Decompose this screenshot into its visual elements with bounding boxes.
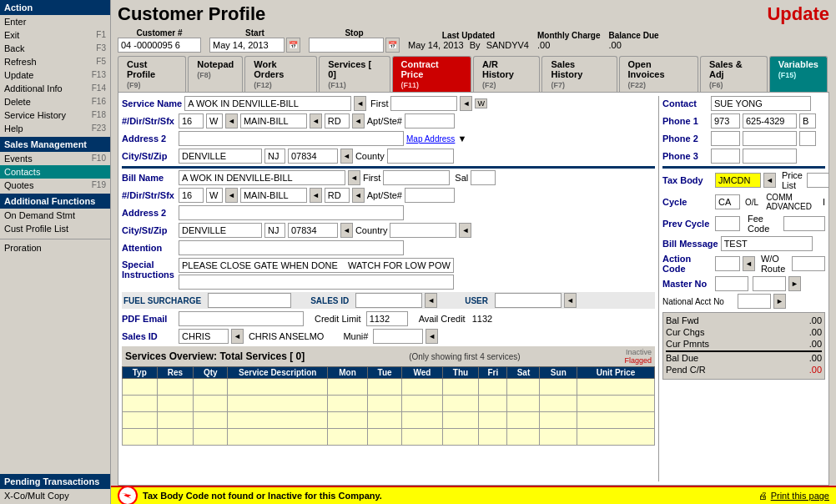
bill-name-input[interactable] (179, 170, 345, 185)
dir-input[interactable] (179, 113, 204, 129)
user-input[interactable] (495, 293, 562, 308)
bill-zip-input[interactable] (288, 223, 338, 238)
tax-body-arrow[interactable]: ◄ (763, 173, 776, 188)
phone3-num[interactable] (743, 149, 797, 164)
sidebar-item-enter[interactable]: Enter (0, 15, 110, 28)
sales-id-fuel-arrow[interactable]: ◄ (425, 293, 437, 308)
bill-dir-input[interactable] (179, 188, 204, 203)
bill-first-input[interactable] (383, 170, 450, 185)
tab-cust-profile[interactable]: Cust Profile (F9) (118, 56, 186, 92)
rd-input[interactable] (325, 113, 350, 129)
print-link[interactable]: Print this page (771, 491, 829, 501)
sidebar-item-proration[interactable]: Proration (0, 241, 110, 255)
bill-message-input[interactable] (721, 236, 813, 251)
stop-input[interactable] (309, 38, 384, 53)
master-no-input[interactable] (715, 276, 748, 291)
phone1-area[interactable] (711, 113, 740, 129)
sidebar-item-xco-mult-copy[interactable]: X-Co/Mult Copy (0, 489, 110, 502)
sidebar-item-events[interactable]: Events F10 (0, 152, 110, 165)
fuel-surcharge-input[interactable] (208, 293, 291, 308)
w-icon[interactable]: W (475, 98, 487, 108)
bill-city-input[interactable] (179, 223, 262, 238)
action-code-input[interactable] (715, 256, 740, 271)
phone2-ext[interactable] (799, 131, 816, 146)
county-input[interactable] (387, 149, 454, 164)
rd-arrow[interactable]: ◄ (352, 113, 365, 129)
bill-street-arrow[interactable]: ◄ (310, 188, 322, 203)
tax-body-input[interactable] (715, 173, 761, 188)
national-acct-arrow[interactable]: ► (773, 294, 786, 309)
phone3-area[interactable] (711, 149, 740, 164)
cycle-input[interactable] (715, 194, 740, 209)
tab-sales-history[interactable]: Sales History (F7) (541, 56, 617, 92)
bill-zip-arrow[interactable]: ◄ (340, 223, 353, 238)
zip-input[interactable] (288, 149, 338, 164)
phone1-ext[interactable] (799, 113, 816, 129)
address2-input[interactable] (179, 131, 404, 146)
bill-rd-arrow[interactable]: ◄ (352, 188, 365, 203)
sidebar-item-update[interactable]: Update F13 (0, 68, 110, 82)
sidebar-item-exit[interactable]: Exit F1 (0, 28, 110, 42)
tab-services[interactable]: Services [ 0] (F11) (319, 56, 390, 92)
national-acct-input[interactable] (738, 294, 771, 309)
sidebar-item-additional-info[interactable]: Additional Info F14 (0, 82, 110, 95)
start-calendar-button[interactable]: 📅 (286, 38, 300, 53)
contact-input[interactable] (711, 96, 811, 111)
w-input[interactable] (206, 113, 223, 129)
state-input[interactable] (264, 149, 285, 164)
map-address-link[interactable]: Map Address (406, 134, 455, 144)
master-no-input2[interactable] (753, 276, 786, 291)
sidebar-item-service-history[interactable]: Service History F18 (0, 108, 110, 122)
dir-arrow[interactable]: ◄ (225, 113, 238, 129)
phone1-num[interactable] (743, 113, 797, 129)
bill-dir-arrow[interactable]: ◄ (225, 188, 238, 203)
prev-cycle-input[interactable] (715, 216, 740, 231)
phone2-num[interactable] (743, 131, 797, 146)
special-instructions-input1[interactable] (179, 258, 454, 273)
street-input[interactable] (240, 113, 307, 129)
special-instructions-input2[interactable] (179, 275, 454, 290)
tab-notepad[interactable]: Notepad (F8) (188, 56, 243, 92)
tab-open-invoices[interactable]: Open Invoices (F22) (619, 56, 698, 92)
first-input[interactable] (390, 96, 457, 111)
sidebar-item-cust-profile-list[interactable]: Cust Profile List (0, 222, 110, 235)
country-arrow[interactable]: ◄ (459, 223, 471, 238)
apt-input[interactable] (405, 113, 455, 129)
sales-id-fuel-input[interactable] (355, 293, 422, 308)
sidebar-item-help[interactable]: Help F23 (0, 122, 110, 135)
zip-arrow[interactable]: ◄ (340, 149, 353, 164)
muni-arrow[interactable]: ◄ (426, 329, 438, 344)
bill-street-input[interactable] (240, 188, 307, 203)
sidebar-item-refresh[interactable]: Refresh F5 (0, 55, 110, 68)
sal-input[interactable] (471, 170, 496, 185)
customer-input[interactable] (118, 38, 201, 53)
tab-variables[interactable]: Variables (F15) (769, 56, 828, 92)
tab-ar-history[interactable]: A/R History (F2) (473, 56, 541, 92)
city-input[interactable] (179, 149, 262, 164)
sales-id-input[interactable] (179, 329, 229, 344)
sidebar-item-contacts[interactable]: Contacts (0, 165, 110, 179)
pdf-email-input[interactable] (179, 311, 304, 326)
bill-apt-input[interactable] (405, 188, 455, 203)
tab-work-orders[interactable]: Work Orders (F12) (244, 56, 317, 92)
price-list-input[interactable] (807, 173, 829, 188)
tab-sales-adj[interactable]: Sales & Adj (F6) (700, 56, 768, 92)
attention-input[interactable] (179, 240, 404, 255)
service-name-input[interactable] (184, 96, 351, 111)
bill-rd-input[interactable] (325, 188, 350, 203)
fee-code-input[interactable] (783, 216, 825, 231)
muni-input[interactable] (373, 329, 423, 344)
stop-calendar-button[interactable]: 📅 (385, 38, 400, 53)
first-arrow[interactable]: ◄ (460, 96, 472, 111)
sidebar-item-quotes[interactable]: Quotes F19 (0, 179, 110, 192)
sidebar-item-on-demand-stmt[interactable]: On Demand Stmt (0, 209, 110, 222)
wo-route-input[interactable] (792, 256, 825, 271)
tab-contract-price[interactable]: Contract Price (F11) (392, 56, 471, 92)
start-input[interactable] (209, 38, 285, 53)
country-input[interactable] (390, 223, 456, 238)
bill-address2-input[interactable] (179, 205, 404, 220)
bill-w-input[interactable] (206, 188, 223, 203)
sidebar-item-delete[interactable]: Delete F16 (0, 95, 110, 108)
master-no-arrow[interactable]: ► (788, 276, 801, 291)
bill-state-input[interactable] (264, 223, 285, 238)
